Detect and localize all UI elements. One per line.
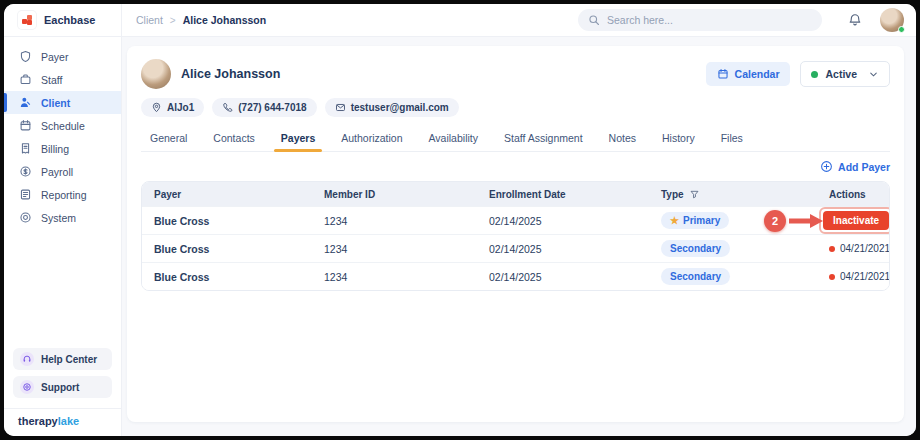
actions-cell: 04/21/2021 <box>817 242 890 255</box>
sidebar-item-billing[interactable]: Billing <box>4 137 121 160</box>
add-payer-button[interactable]: Add Payer <box>820 160 890 173</box>
plus-circle-icon <box>820 160 833 173</box>
inactivated-info: 04/21/2021 <box>829 243 890 254</box>
member-id-cell: 1234 <box>312 271 477 283</box>
column-header-member-id: Member ID <box>312 189 477 200</box>
brand-name: Eachbase <box>44 14 95 26</box>
tab-staff-assignment[interactable]: Staff Assignment <box>503 127 584 151</box>
tab-notes[interactable]: Notes <box>608 127 637 151</box>
report-icon <box>19 188 32 201</box>
calendar-button-label: Calendar <box>735 68 780 80</box>
breadcrumb-separator-icon: > <box>170 15 176 26</box>
phone-icon <box>222 102 233 113</box>
sidebar-item-label: System <box>41 212 76 224</box>
type-badge-label: Secondary <box>670 243 721 254</box>
enrollment-date-cell: 02/14/2025 <box>477 271 649 283</box>
inactive-status-dot <box>829 246 835 252</box>
tab-contacts[interactable]: Contacts <box>212 127 255 151</box>
shield-icon <box>19 50 32 63</box>
chevron-down-icon <box>868 69 879 80</box>
member-id-cell: 1234 <box>312 243 477 255</box>
person-icon <box>19 96 32 109</box>
breadcrumb: Client > Alice Johansson <box>136 14 266 26</box>
inactivated-info: 04/21/2021 <box>829 271 890 282</box>
payers-table: Payer Member ID Enrollment Date Type Act… <box>141 181 890 291</box>
annotation-highlight-box: Inactivate <box>819 207 890 234</box>
sidebar-item-payroll[interactable]: Payroll <box>4 160 121 183</box>
sidebar-item-label: Reporting <box>41 189 87 201</box>
logo-part-2: lake <box>58 415 79 427</box>
search-box[interactable] <box>578 9 822 31</box>
table-row: Blue Cross 1234 02/14/2025 Secondary 04/… <box>142 234 889 262</box>
tab-payers[interactable]: Payers <box>280 127 316 151</box>
therapylake-logo: therapylake <box>4 415 121 436</box>
sidebar-item-schedule[interactable]: Schedule <box>4 114 121 137</box>
client-header: Alice Johansson Calendar Active <box>141 59 890 89</box>
enrollment-date-cell: 02/14/2025 <box>477 243 649 255</box>
online-status-dot <box>898 26 905 33</box>
annotation-step-badge: 2 <box>764 210 786 232</box>
calendar-icon <box>717 68 729 80</box>
breadcrumb-current: Alice Johansson <box>183 14 266 26</box>
sidebar-item-label: Payroll <box>41 166 73 178</box>
breadcrumb-section[interactable]: Client <box>136 14 163 26</box>
tab-general[interactable]: General <box>149 127 188 151</box>
client-name: Alice Johansson <box>181 67 280 81</box>
actions-cell: Inactivate <box>817 207 890 234</box>
star-icon: ★ <box>670 216 679 226</box>
type-badge-secondary: Secondary <box>661 240 730 257</box>
type-cell: Secondary <box>649 240 817 257</box>
calendar-icon <box>19 119 32 132</box>
tab-files[interactable]: Files <box>720 127 744 151</box>
filter-funnel-icon[interactable] <box>689 189 700 200</box>
table-header-row: Payer Member ID Enrollment Date Type Act… <box>142 182 889 206</box>
receipt-icon <box>19 142 32 155</box>
sidebar-divider <box>4 408 121 409</box>
support-button[interactable]: Support <box>13 376 112 398</box>
search-icon <box>588 14 600 26</box>
inactive-status-dot <box>829 274 835 280</box>
brand-block[interactable]: Eachbase <box>4 4 122 36</box>
column-header-actions: Actions <box>817 189 889 200</box>
help-icon <box>20 352 34 366</box>
location-pin-icon <box>151 102 162 113</box>
inactivated-date: 04/21/2021 <box>840 271 890 282</box>
user-avatar[interactable] <box>880 8 904 32</box>
sidebar-item-reporting[interactable]: Reporting <box>4 183 121 206</box>
tab-availability[interactable]: Availability <box>428 127 479 151</box>
status-value: Active <box>825 68 857 80</box>
column-header-enrollment-date: Enrollment Date <box>477 189 649 200</box>
client-id-value: AlJo1 <box>167 102 194 113</box>
payer-name-cell: Blue Cross <box>142 271 312 283</box>
app-window: Eachbase Client > Alice Johansson Payer <box>4 4 916 436</box>
client-phone-chip: (727) 644-7018 <box>212 98 316 117</box>
notifications-bell-icon[interactable] <box>848 13 862 27</box>
sidebar-item-client[interactable]: Client <box>4 91 121 114</box>
sidebar-item-label: Staff <box>41 74 62 86</box>
client-card: Alice Johansson Calendar Active <box>127 46 904 422</box>
sidebar-item-label: Payer <box>41 51 68 63</box>
tab-authorization[interactable]: Authorization <box>340 127 403 151</box>
sidebar-item-system[interactable]: System <box>4 206 121 229</box>
search-input[interactable] <box>607 14 812 26</box>
help-center-button[interactable]: Help Center <box>13 348 112 370</box>
payer-name-cell: Blue Cross <box>142 243 312 255</box>
client-info-chips: AlJo1 (727) 644-7018 testuser@gmail.com <box>141 98 890 117</box>
type-cell: Secondary <box>649 268 817 285</box>
client-email-chip: testuser@gmail.com <box>325 98 459 117</box>
tab-history[interactable]: History <box>661 127 696 151</box>
calendar-button[interactable]: Calendar <box>706 62 791 86</box>
status-dropdown[interactable]: Active <box>800 61 890 87</box>
briefcase-icon <box>19 73 32 86</box>
inactivate-button[interactable]: Inactivate <box>823 211 889 230</box>
type-badge-label: Primary <box>683 215 720 226</box>
dollar-icon <box>19 165 32 178</box>
sidebar-item-staff[interactable]: Staff <box>4 68 121 91</box>
member-id-cell: 1234 <box>312 215 477 227</box>
sidebar-item-payer[interactable]: Payer <box>4 45 121 68</box>
sidebar-item-label: Schedule <box>41 120 85 132</box>
payer-name-cell: Blue Cross <box>142 215 312 227</box>
type-badge-primary: ★Primary <box>661 212 729 229</box>
gear-icon <box>19 211 32 224</box>
client-tabs: General Contacts Payers Authorization Av… <box>141 127 890 152</box>
